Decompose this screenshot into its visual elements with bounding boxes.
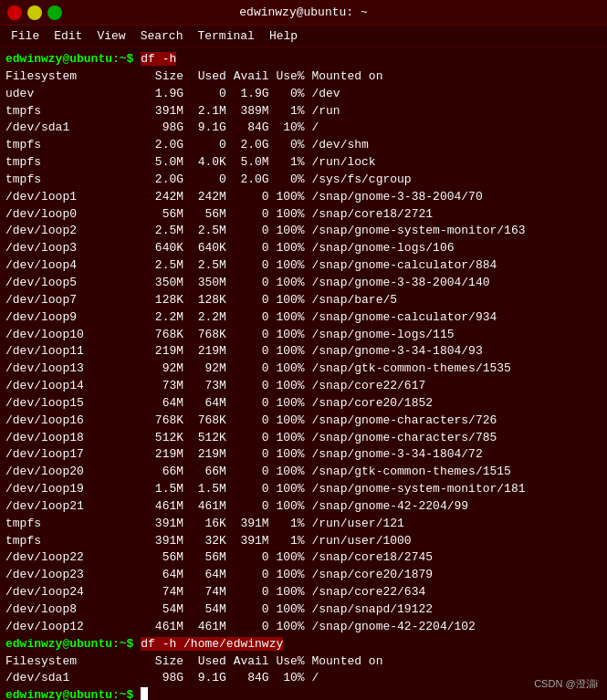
maximize-button[interactable] — [47, 5, 62, 20]
command-line-2: edwinwzy@ubuntu:~$ df -h /home/edwinwzy — [5, 636, 602, 653]
df-row-tmpfs-cgroup: tmpfs 2.0G 0 2.0G 0% /sys/fs/cgroup — [5, 172, 602, 189]
close-button[interactable] — [7, 5, 22, 20]
df-row-tmpfs-user1000: tmpfs 391M 32K 391M 1% /run/user/1000 — [5, 533, 602, 550]
menu-edit[interactable]: Edit — [47, 27, 89, 45]
df-header-2: Filesystem Size Used Avail Use% Mounted … — [5, 653, 602, 671]
titlebar: edwinwzy@ubuntu: ~ — [0, 0, 607, 26]
df-row-loop23: /dev/loop23 64M 64M 0 100% /snap/core20/… — [5, 567, 602, 584]
df-row-sda1-filtered: /dev/sda1 98G 9.1G 84G 10% / — [5, 670, 602, 687]
menu-view[interactable]: View — [89, 27, 132, 45]
menu-help[interactable]: Help — [262, 27, 305, 45]
df-row-tmpfs-run: tmpfs 391M 2.1M 389M 1% /run — [5, 103, 602, 120]
df-row-loop2: /dev/loop2 2.5M 2.5M 0 100% /snap/gnome-… — [5, 223, 602, 240]
df-row-loop10: /dev/loop10 768K 768K 0 100% /snap/gnome… — [5, 327, 602, 344]
cmd-1: df -h — [141, 52, 176, 66]
prompt-3: edwinwzy@ubuntu:~$ — [5, 688, 141, 700]
df-row-tmpfs-user121: tmpfs 391M 16K 391M 1% /run/user/121 — [5, 516, 602, 533]
df-row-loop11: /dev/loop11 219M 219M 0 100% /snap/gnome… — [5, 343, 602, 360]
df-row-sda1: /dev/sda1 98G 9.1G 84G 10% / — [5, 120, 602, 137]
df-row-udev: udev 1.9G 0 1.9G 0% /dev — [5, 86, 602, 103]
df-row-loop5: /dev/loop5 350M 350M 0 100% /snap/gnome-… — [5, 275, 602, 292]
df-row-loop18: /dev/loop18 512K 512K 0 100% /snap/gnome… — [5, 430, 602, 447]
df-row-loop8: /dev/loop8 54M 54M 0 100% /snap/snapd/19… — [5, 601, 602, 619]
menu-search[interactable]: Search — [133, 27, 191, 45]
df-row-loop15: /dev/loop15 64M 64M 0 100% /snap/core20/… — [5, 395, 602, 413]
df-row-loop12: /dev/loop12 461M 461M 0 100% /snap/gnome… — [5, 619, 602, 636]
watermark: CSDN @澄淄i — [534, 677, 598, 691]
cmd-2: df -h /home/edwinwzy — [141, 637, 283, 651]
df-row-loop1: /dev/loop1 242M 242M 0 100% /snap/gnome-… — [5, 189, 602, 206]
df-row-loop9: /dev/loop9 2.2M 2.2M 0 100% /snap/gnome-… — [5, 309, 602, 327]
df-row-loop16: /dev/loop16 768K 768K 0 100% /snap/gnome… — [5, 413, 602, 430]
window-title: edwinwzy@ubuntu: ~ — [62, 5, 545, 19]
df-row-loop7: /dev/loop7 128K 128K 0 100% /snap/bare/5 — [5, 292, 602, 309]
minimize-button[interactable] — [27, 5, 42, 20]
df-row-loop0: /dev/loop0 56M 56M 0 100% /snap/core18/2… — [5, 206, 602, 224]
df-row-loop3: /dev/loop3 640K 640K 0 100% /snap/gnome-… — [5, 240, 602, 257]
titlebar-buttons[interactable] — [7, 5, 62, 20]
df-row-loop13: /dev/loop13 92M 92M 0 100% /snap/gtk-com… — [5, 360, 602, 378]
cursor — [141, 687, 148, 700]
df-row-tmpfs-lock: tmpfs 5.0M 4.0K 5.0M 1% /run/lock — [5, 154, 602, 172]
df-row-loop21: /dev/loop21 461M 461M 0 100% /snap/gnome… — [5, 498, 602, 516]
df-row-tmpfs-shm: tmpfs 2.0G 0 2.0G 0% /dev/shm — [5, 137, 602, 154]
df-header-1: Filesystem Size Used Avail Use% Mounted … — [5, 68, 602, 86]
prompt-2: edwinwzy@ubuntu:~$ — [5, 637, 141, 651]
menu-terminal[interactable]: Terminal — [190, 27, 261, 45]
command-line-3: edwinwzy@ubuntu:~$ — [5, 687, 602, 700]
df-row-loop14: /dev/loop14 73M 73M 0 100% /snap/core22/… — [5, 378, 602, 395]
terminal-area[interactable]: edwinwzy@ubuntu:~$ df -h Filesystem Size… — [0, 47, 607, 700]
df-row-loop20: /dev/loop20 66M 66M 0 100% /snap/gtk-com… — [5, 464, 602, 481]
prompt-1: edwinwzy@ubuntu:~$ — [5, 52, 141, 66]
command-line-1: edwinwzy@ubuntu:~$ df -h — [5, 51, 602, 68]
df-row-loop17: /dev/loop17 219M 219M 0 100% /snap/gnome… — [5, 446, 602, 464]
df-row-loop4: /dev/loop4 2.5M 2.5M 0 100% /snap/gnome-… — [5, 257, 602, 275]
menu-file[interactable]: File — [4, 27, 47, 45]
menubar: File Edit View Search Terminal Help — [0, 26, 607, 47]
df-row-loop22: /dev/loop22 56M 56M 0 100% /snap/core18/… — [5, 549, 602, 567]
df-row-loop24: /dev/loop24 74M 74M 0 100% /snap/core22/… — [5, 584, 602, 601]
df-row-loop19: /dev/loop19 1.5M 1.5M 0 100% /snap/gnome… — [5, 481, 602, 498]
